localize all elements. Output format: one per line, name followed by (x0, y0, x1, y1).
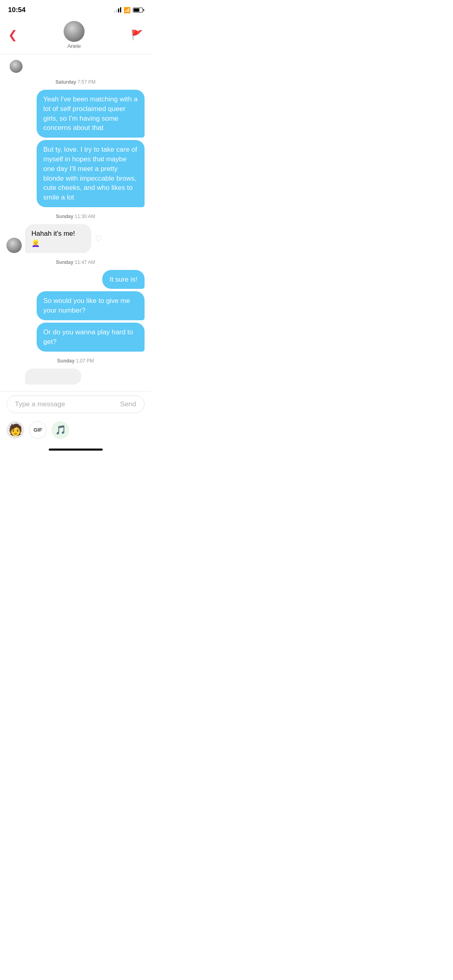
timestamp-sunday-1147: Sunday 11:47 AM (6, 259, 145, 265)
sent-bubble: So would you like to give me your number… (37, 291, 145, 320)
timestamp-day: Sunday (56, 214, 73, 219)
message-row: Yeah I've been matching with a lot of se… (6, 90, 145, 138)
input-bar: Type a message Send (0, 391, 151, 417)
bottom-bar: 🧑 GIF 🎵 (0, 417, 151, 445)
message-row: Or do you wanna play hard to get? (6, 323, 145, 352)
signal-icon (114, 8, 121, 12)
input-placeholder: Type a message (15, 400, 120, 408)
prev-avatar (10, 60, 23, 73)
timestamp-sunday-1130: Sunday 11:30 AM (6, 214, 145, 219)
wifi-icon: 📶 (124, 7, 130, 13)
sent-bubble: Or do you wanna play hard to get? (37, 323, 145, 352)
timestamp-sunday-107: Sunday 1:07 PM (6, 358, 145, 364)
home-bar (49, 449, 103, 451)
status-icons: 📶 (114, 7, 143, 13)
header-center[interactable]: Ariele (64, 21, 85, 49)
chat-header: ❮ Ariele 🚩 (0, 18, 151, 54)
timestamp-day: Sunday (56, 259, 73, 265)
flag-button[interactable]: 🚩 (131, 29, 143, 41)
timestamp-day: Saturday (56, 79, 76, 85)
timestamp-day: Sunday (57, 358, 74, 364)
user-emoji-icon: 🧑 (8, 423, 23, 436)
heart-button[interactable]: ♡ (95, 234, 102, 243)
music-icon: 🎵 (55, 425, 66, 435)
sent-bubble: But ty, love. I try to take care of myse… (37, 140, 145, 207)
message-row: Hahah it's me! 👱‍♀️ ♡ (6, 224, 145, 253)
partial-bubble (25, 369, 81, 385)
music-button[interactable]: 🎵 (52, 421, 69, 439)
status-time: 10:54 (8, 6, 25, 14)
timestamp-saturday: Saturday 7:57 PM (6, 79, 145, 85)
battery-icon (133, 8, 143, 12)
timestamp-time: 7:57 PM (78, 79, 96, 85)
message-row: But ty, love. I try to take care of myse… (6, 140, 145, 207)
timestamp-time: 1:07 PM (76, 358, 94, 364)
header-avatar[interactable] (64, 21, 85, 42)
sent-bubble: It sure is! (102, 270, 145, 289)
home-indicator (0, 445, 151, 452)
sent-bubble: Yeah I've been matching with a lot of se… (37, 90, 145, 138)
timestamp-time: 11:30 AM (74, 214, 95, 219)
user-avatar: 🧑 (6, 421, 24, 439)
received-avatar (6, 238, 22, 253)
chat-area: Saturday 7:57 PM Yeah I've been matching… (0, 73, 151, 391)
send-button[interactable]: Send (120, 400, 136, 408)
timestamp-time: 11:47 AM (74, 259, 95, 265)
back-button[interactable]: ❮ (8, 29, 17, 41)
received-bubble: Hahah it's me! 👱‍♀️ (25, 224, 91, 253)
header-name: Ariele (67, 43, 81, 49)
status-bar: 10:54 📶 (0, 0, 151, 18)
received-wrapper: Hahah it's me! 👱‍♀️ (6, 224, 92, 253)
gif-button[interactable]: GIF (29, 421, 47, 439)
input-field[interactable]: Type a message Send (6, 395, 145, 413)
message-row: It sure is! (6, 270, 145, 289)
message-row: So would you like to give me your number… (6, 291, 145, 320)
